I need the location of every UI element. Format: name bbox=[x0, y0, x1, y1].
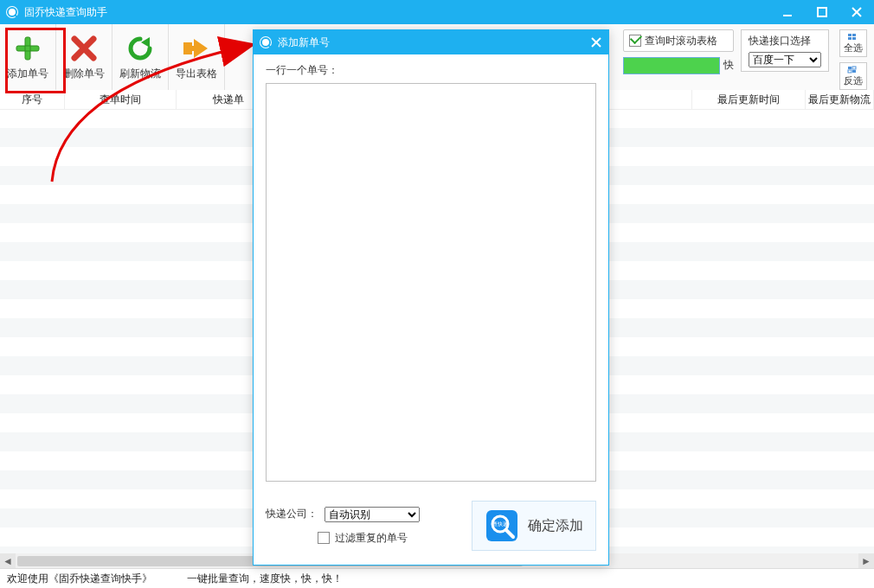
progress-suffix: 快 bbox=[723, 58, 734, 73]
checkbox-icon bbox=[318, 532, 330, 544]
confirm-label: 确定添加 bbox=[528, 517, 583, 535]
scroll-on-query-checkbox[interactable]: 查询时滚动表格 bbox=[623, 29, 734, 52]
status-bar: 欢迎使用《固乔快递查询快手》 一键批量查询，速度快，快，快！ bbox=[0, 568, 874, 588]
svg-rect-17 bbox=[848, 67, 852, 69]
scroll-right-icon[interactable]: ► bbox=[858, 553, 874, 569]
app-title: 固乔快递查询助手 bbox=[24, 5, 770, 20]
tracking-numbers-textarea[interactable] bbox=[266, 83, 596, 482]
checkbox-icon bbox=[629, 35, 641, 47]
app-icon bbox=[5, 5, 19, 19]
dialog-title: 添加新单号 bbox=[278, 35, 584, 50]
add-tracking-label: 添加单号 bbox=[7, 67, 48, 81]
dialog-app-icon bbox=[259, 35, 273, 49]
svg-rect-4 bbox=[818, 8, 826, 16]
api-label: 快递接口选择 bbox=[749, 34, 821, 48]
api-select-group: 快递接口选择 百度一下 bbox=[741, 29, 829, 72]
scroll-on-query-label: 查询时滚动表格 bbox=[645, 34, 717, 48]
svg-rect-16 bbox=[852, 37, 856, 40]
refresh-icon bbox=[125, 34, 155, 63]
svg-rect-15 bbox=[848, 37, 852, 40]
export-button[interactable]: 导出表格 bbox=[169, 24, 225, 90]
dialog-close-button[interactable] bbox=[584, 30, 608, 54]
filter-duplicates-checkbox[interactable]: 过滤重复的单号 bbox=[318, 531, 420, 546]
status-slogan: 一键批量查询，速度快，快，快！ bbox=[187, 572, 343, 586]
progress-bar bbox=[623, 57, 720, 74]
export-icon bbox=[182, 34, 211, 63]
scroll-left-icon[interactable]: ◄ bbox=[0, 553, 16, 569]
api-select[interactable]: 百度一下 bbox=[749, 52, 821, 67]
status-welcome: 欢迎使用《固乔快递查询快手》 bbox=[7, 572, 152, 586]
invert-selection-button[interactable]: 反选 bbox=[839, 62, 867, 90]
refresh-label: 刷新物流 bbox=[119, 67, 161, 81]
company-select[interactable]: 自动识别 bbox=[325, 507, 420, 522]
svg-rect-14 bbox=[852, 34, 856, 36]
svg-marker-11 bbox=[141, 37, 150, 48]
plus-icon bbox=[13, 34, 42, 63]
svg-rect-18 bbox=[852, 67, 856, 69]
refresh-button[interactable]: 刷新物流 bbox=[112, 24, 169, 90]
svg-rect-12 bbox=[183, 42, 192, 54]
svg-rect-8 bbox=[16, 46, 39, 51]
svg-text:查快递: 查快递 bbox=[492, 521, 508, 527]
svg-rect-13 bbox=[848, 34, 852, 36]
col-query-time[interactable]: 查单时间 bbox=[65, 90, 177, 109]
col-seq[interactable]: 序号 bbox=[0, 90, 65, 109]
col-last-update[interactable]: 最后更新时间 bbox=[692, 90, 806, 109]
dialog-titlebar: 添加新单号 bbox=[254, 30, 608, 54]
select-all-button[interactable]: 全选 bbox=[839, 29, 867, 57]
delete-tracking-label: 删除单号 bbox=[63, 67, 105, 81]
maximize-button[interactable] bbox=[805, 0, 839, 24]
dialog-hint: 一行一个单号： bbox=[266, 63, 596, 78]
main-titlebar: 固乔快递查询助手 bbox=[0, 0, 874, 24]
x-icon bbox=[69, 34, 99, 63]
svg-rect-20 bbox=[852, 70, 856, 73]
close-button[interactable] bbox=[839, 0, 874, 24]
company-label: 快递公司： bbox=[266, 507, 318, 521]
add-tracking-button[interactable]: 添加单号 bbox=[0, 24, 56, 90]
export-label: 导出表格 bbox=[176, 67, 217, 81]
search-express-icon: 查快递 bbox=[485, 508, 519, 543]
confirm-add-button[interactable]: 查快递 确定添加 bbox=[472, 501, 596, 551]
svg-rect-19 bbox=[848, 70, 852, 73]
add-tracking-dialog: 添加新单号 一行一个单号： 快递公司： 自动识别 过滤重复的单号 bbox=[253, 29, 609, 566]
filter-label: 过滤重复的单号 bbox=[335, 531, 408, 546]
minimize-button[interactable] bbox=[770, 0, 805, 24]
col-last-logistics[interactable]: 最后更新物流 bbox=[806, 90, 874, 109]
delete-tracking-button[interactable]: 删除单号 bbox=[56, 24, 112, 90]
